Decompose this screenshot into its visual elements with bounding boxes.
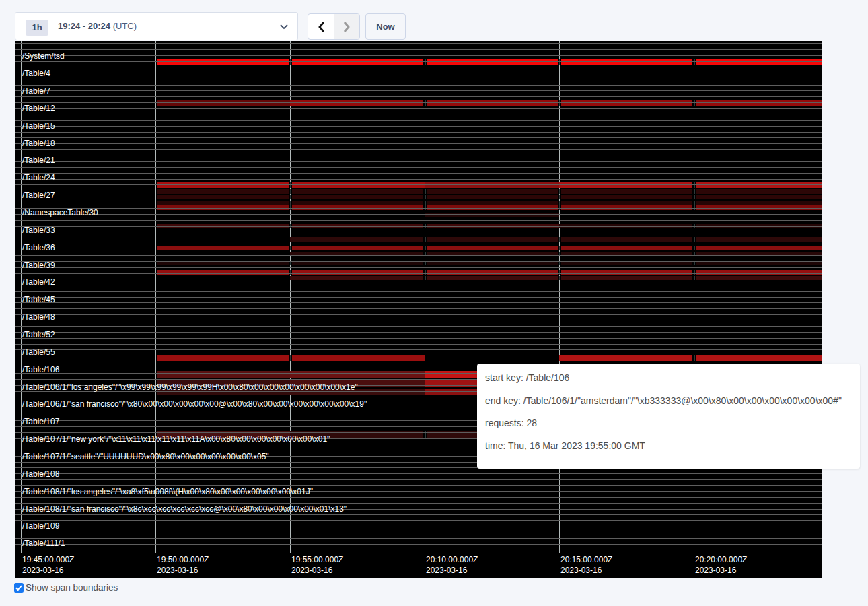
svg-text:/Table/108: /Table/108	[22, 469, 60, 479]
svg-text:/Table/107/1/"seattle"/"UUUUUU: /Table/107/1/"seattle"/"UUUUUUD\x00\x80\…	[22, 452, 269, 461]
svg-text:2023-03-16: 2023-03-16	[426, 566, 468, 575]
svg-text:19:45:00.000Z: 19:45:00.000Z	[22, 555, 74, 564]
svg-text:/Table/55: /Table/55	[22, 347, 55, 357]
svg-text:/Table/108/1/"san francisco"/": /Table/108/1/"san francisco"/"\x8c\xcc\x…	[22, 504, 347, 514]
svg-text:/Table/106: /Table/106	[22, 365, 60, 374]
svg-text:/Table/106/1/"los angeles"/"\x: /Table/106/1/"los angeles"/"\x99\x99\x99…	[22, 382, 358, 392]
svg-text:/Table/4: /Table/4	[22, 69, 50, 78]
svg-text:/Table/21: /Table/21	[22, 156, 55, 165]
svg-text:/Table/109: /Table/109	[22, 521, 60, 531]
svg-text:/Table/18: /Table/18	[22, 139, 55, 148]
svg-text:2023-03-16: 2023-03-16	[157, 566, 198, 575]
svg-text:/Table/48: /Table/48	[22, 312, 55, 322]
svg-text:/Table/27: /Table/27	[22, 191, 55, 200]
svg-text:2023-03-16: 2023-03-16	[560, 566, 602, 575]
svg-text:/Table/12: /Table/12	[22, 104, 55, 113]
svg-text:/Table/108/1/"los angeles"/"\x: /Table/108/1/"los angeles"/"\xa8\xf5\u00…	[22, 487, 313, 496]
svg-text:2023-03-16: 2023-03-16	[22, 566, 64, 575]
svg-text:2023-03-16: 2023-03-16	[291, 566, 333, 575]
svg-text:/Table/45: /Table/45	[22, 295, 55, 304]
svg-text:/Table/111/1: /Table/111/1	[22, 539, 65, 548]
svg-text:/Table/106/1/"san francisco"/": /Table/106/1/"san francisco"/"\x80\x00\x…	[22, 399, 367, 409]
svg-text:/Table/107/1/"new york"/"\x11\: /Table/107/1/"new york"/"\x11\x11\x11\x1…	[22, 434, 330, 444]
svg-text:/Table/39: /Table/39	[22, 261, 55, 270]
svg-text:/Table/33: /Table/33	[22, 226, 55, 235]
svg-text:20:10:00.000Z: 20:10:00.000Z	[426, 555, 478, 564]
svg-text:/NamespaceTable/30: /NamespaceTable/30	[22, 208, 98, 217]
svg-text:/Table/15: /Table/15	[22, 121, 55, 131]
svg-text:/Table/7: /Table/7	[22, 86, 50, 96]
svg-text:/Table/36: /Table/36	[22, 243, 55, 252]
svg-text:20:15:00.000Z: 20:15:00.000Z	[560, 555, 612, 564]
svg-text:/System/tsd: /System/tsd	[22, 51, 65, 61]
svg-text:/Table/42: /Table/42	[22, 277, 55, 287]
svg-text:19:50:00.000Z: 19:50:00.000Z	[157, 555, 209, 564]
svg-text:2023-03-16: 2023-03-16	[695, 566, 737, 575]
svg-text:/Table/24: /Table/24	[22, 173, 55, 182]
svg-text:20:20:00.000Z: 20:20:00.000Z	[695, 555, 747, 564]
svg-text:/Table/52: /Table/52	[22, 330, 55, 339]
svg-text:19:55:00.000Z: 19:55:00.000Z	[291, 555, 343, 564]
svg-text:/Table/107: /Table/107	[22, 417, 60, 426]
